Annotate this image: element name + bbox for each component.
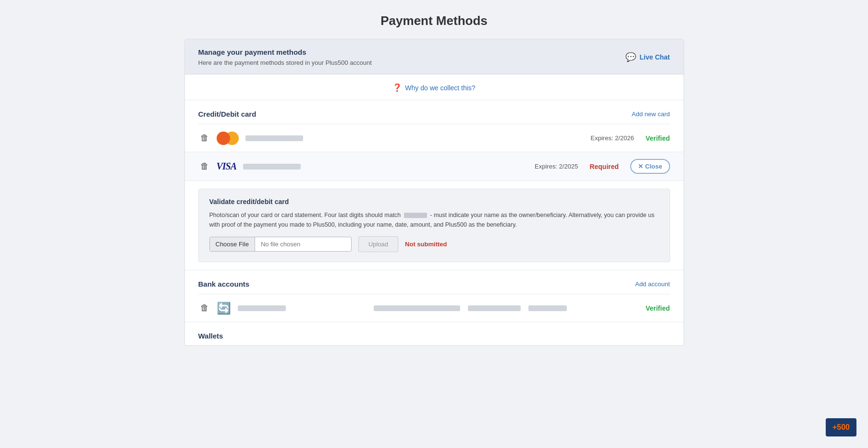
visa-status: Required [589,163,619,170]
file-name-display: No file chosen [255,237,351,251]
visa-number-blur [243,164,301,170]
bank-detail1-blur [374,305,460,311]
close-x-icon: ✕ [638,163,643,170]
add-new-card-button[interactable]: Add new card [632,110,670,118]
bank-name-blur [238,305,286,311]
visa-expires: Expires: 2/2025 [535,163,578,170]
plus500-badge[interactable]: +500 [826,418,856,436]
not-submitted-status: Not submitted [405,241,447,248]
bank-status-wrapper: Verified [646,304,670,313]
page-wrapper: Payment Methods Manage your payment meth… [0,0,868,448]
validate-section: Validate credit/debit card Photo/scan of… [198,189,670,262]
add-account-button[interactable]: Add account [635,280,670,288]
file-input-area: Choose File No file chosen [209,237,352,252]
mc-circle-left [217,132,230,145]
transfer-icon: 🔄 [217,302,231,315]
live-chat-button[interactable]: 💬 Live Chat [625,52,670,62]
delete-mastercard-button[interactable]: 🗑 [198,131,211,145]
live-chat-label: Live Chat [639,53,670,61]
choose-file-button[interactable]: Choose File [210,237,255,251]
mastercard-meta: Expires: 2/2026 Verified [591,134,670,142]
mastercard-number-blur [245,135,303,141]
validate-desc: Photo/scan of your card or card statemen… [209,210,659,230]
mastercard-expires: Expires: 2/2026 [591,134,634,142]
bank-accounts-section: Bank accounts Add account 🗑 🔄 Verified [185,270,684,322]
bank-detail2-blur [468,305,521,311]
bank-detail3-blur [528,305,567,311]
question-icon: ❓ [392,83,402,92]
plus500-label: +500 [832,423,850,431]
header-section: Manage your payment methods Here are the… [185,39,684,74]
mastercard-status: Verified [646,134,670,142]
wallets-title: Wallets [198,332,223,340]
visa-meta: Expires: 2/2025 Required ✕ Close [535,159,670,174]
close-button[interactable]: ✕ Close [630,159,670,174]
bank-accounts-header: Bank accounts Add account [198,270,670,294]
page-title: Payment Methods [380,0,488,39]
credit-debit-title: Credit/Debit card [198,110,257,118]
chat-icon: 💬 [625,52,636,62]
validate-title: Validate credit/debit card [209,198,659,206]
manage-title: Manage your payment methods [198,48,372,56]
delete-visa-button[interactable]: 🗑 [198,159,211,173]
upload-button[interactable]: Upload [358,236,398,252]
validate-desc-part1: Photo/scan of your card or card statemen… [209,212,401,218]
credit-debit-section: Credit/Debit card Add new card 🗑 Expires… [185,100,684,262]
bank-accounts-title: Bank accounts [198,280,250,288]
file-upload-row: Choose File No file chosen Upload Not su… [209,236,659,252]
mastercard-logo [217,132,239,145]
credit-debit-header: Credit/Debit card Add new card [198,100,670,124]
close-label: Close [645,163,662,170]
bank-status: Verified [646,304,670,312]
why-collect-section: ❓ Why do we collect this? [185,74,684,100]
delete-bank-button[interactable]: 🗑 [198,301,211,315]
visa-row: 🗑 VISA Expires: 2/2025 Required ✕ Close [185,152,684,181]
header-text-block: Manage your payment methods Here are the… [198,48,372,66]
bank-account-row: 🗑 🔄 Verified [198,294,670,322]
visa-logo: VISA [217,161,237,172]
redacted-digits [404,213,427,218]
main-card: Manage your payment methods Here are the… [184,39,684,346]
why-collect-text[interactable]: Why do we collect this? [405,84,475,92]
mastercard-row: 🗑 Expires: 2/2026 Verified [198,124,670,152]
header-desc: Here are the payment methods stored in y… [198,59,372,66]
wallets-section: Wallets [185,322,684,345]
